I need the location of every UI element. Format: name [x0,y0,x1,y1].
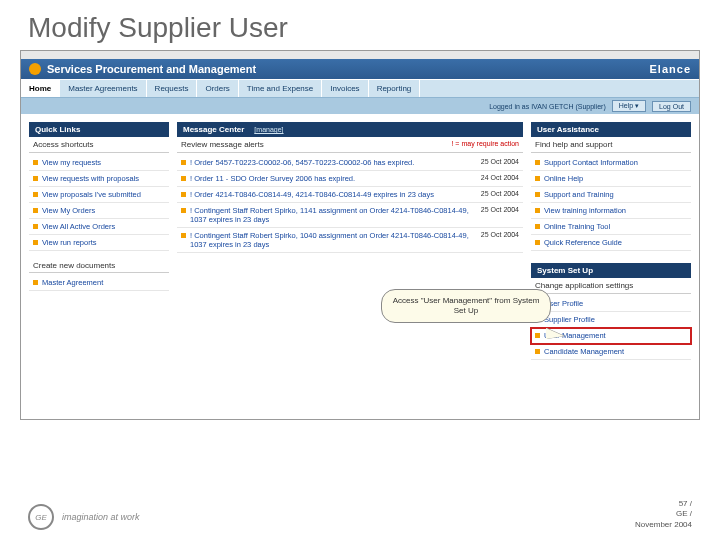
list-item-label: ! Contingent Staff Robert Spirko, 1040 a… [190,231,477,249]
user-assistance-sub: Find help and support [531,137,691,153]
list-item-label: User Profile [544,299,687,308]
logged-in-label: Logged in as IVAN GETCH (Supplier) [489,103,606,110]
user-assistance-panel: User Assistance Find help and support Su… [531,122,691,253]
list-item-label: Quick Reference Guide [544,238,687,247]
list-item[interactable]: View proposals I've submitted [29,187,169,203]
bullet-icon [33,160,38,165]
create-docs-list: Master Agreement [29,273,169,293]
bullet-icon [181,233,186,238]
list-item-label: ! Contingent Staff Robert Spirko, 1141 a… [190,206,477,224]
app-title: Services Procurement and Management [47,63,650,75]
quick-links-header: Quick Links [29,122,169,137]
system-setup-panel: System Set Up Change application setting… [531,263,691,362]
bullet-icon [33,176,38,181]
nav-tab-master-agreements[interactable]: Master Agreements [60,80,146,97]
message-center-panel: Message Center [manage] Review message a… [177,122,523,255]
bullet-icon [535,224,540,229]
bullet-icon [181,192,186,197]
bullet-icon [33,208,38,213]
left-column: Quick Links Access shortcuts View my req… [29,122,169,372]
list-item-label: View training information [544,206,687,215]
list-item-label: View My Orders [42,206,165,215]
footer-right: 57 / GE / November 2004 [635,499,692,530]
message-list: ! Order 5457-T0223-C0002-06, 5457-T0223-… [177,153,523,255]
list-item[interactable]: ! Contingent Staff Robert Spirko, 1040 a… [177,228,523,253]
page-number: 57 / [635,499,692,509]
bullet-icon [33,224,38,229]
window-titlebar [21,51,699,59]
list-item[interactable]: Support Contact Information [531,155,691,171]
list-item[interactable]: Candidate Management [531,344,691,360]
vendor-label: Elance [650,63,691,75]
nav-tab-home[interactable]: Home [21,80,60,97]
list-item[interactable]: ! Order 11 - SDO Order Survey 2006 has e… [177,171,523,187]
quick-links-panel: Quick Links Access shortcuts View my req… [29,122,169,293]
callout: Access "User Management" from System Set… [381,289,551,351]
list-item-date: 25 Oct 2004 [481,231,519,238]
footer-date: November 2004 [635,520,692,530]
list-item[interactable]: ! Contingent Staff Robert Spirko, 1141 a… [177,203,523,228]
list-item-label: Online Help [544,174,687,183]
bullet-icon [181,208,186,213]
list-item[interactable]: Support and Training [531,187,691,203]
list-item-date: 25 Oct 2004 [481,158,519,165]
list-item-label: ! Order 5457-T0223-C0002-06, 5457-T0223-… [190,158,477,167]
nav-tab-time-and-expense[interactable]: Time and Expense [239,80,322,97]
brand-logo-icon [29,63,41,75]
list-item-date: 25 Oct 2004 [481,206,519,213]
list-item-label: View All Active Orders [42,222,165,231]
help-dropdown[interactable]: Help ▾ [612,100,646,112]
quick-links-list: View my requestsView requests with propo… [29,153,169,253]
list-item-label: View proposals I've submitted [42,190,165,199]
message-center-title: Message Center [183,125,244,134]
bullet-icon [181,176,186,181]
message-center-sub: Review message alerts ! = may require ac… [177,137,523,153]
manage-link[interactable]: [manage] [254,126,283,133]
org-label: GE / [635,509,692,519]
list-item[interactable]: Quick Reference Guide [531,235,691,251]
tagline: imagination at work [62,512,140,522]
list-item[interactable]: Online Help [531,171,691,187]
bullet-icon [535,240,540,245]
list-item-label: Support and Training [544,190,687,199]
list-item-label: Master Agreement [42,278,165,287]
list-item-label: ! Order 4214-T0846-C0814-49, 4214-T0846-… [190,190,477,199]
list-item[interactable]: View my requests [29,155,169,171]
app-window: Services Procurement and Management Elan… [20,50,700,420]
list-item-label: Supplier Profile [544,315,687,324]
nav-tab-requests[interactable]: Requests [147,80,198,97]
list-item[interactable]: View run reports [29,235,169,251]
system-setup-sub: Change application settings [531,278,691,294]
nav-tab-reporting[interactable]: Reporting [369,80,421,97]
message-center-header: Message Center [manage] [177,122,523,137]
callout-text: Access "User Management" from System Set… [393,296,540,315]
list-item-label: User Management [544,331,687,340]
slide-footer: GE imagination at work 57 / GE / Novembe… [0,499,720,530]
user-bar: Logged in as IVAN GETCH (Supplier) Help … [21,98,699,114]
list-item[interactable]: View All Active Orders [29,219,169,235]
logout-button[interactable]: Log Out [652,101,691,112]
slide-title: Modify Supplier User [0,0,720,50]
list-item-date: 25 Oct 2004 [481,190,519,197]
list-item[interactable]: Master Agreement [29,275,169,291]
bullet-icon [535,192,540,197]
bullet-icon [535,160,540,165]
footer-left: GE imagination at work [28,504,140,530]
list-item[interactable]: Online Training Tool [531,219,691,235]
nav-tab-invoices[interactable]: Invoices [322,80,368,97]
list-item[interactable]: ! Order 4214-T0846-C0814-49, 4214-T0846-… [177,187,523,203]
list-item-label: Candidate Management [544,347,687,356]
list-item[interactable]: ! Order 5457-T0223-C0002-06, 5457-T0223-… [177,155,523,171]
bullet-icon [33,240,38,245]
bullet-icon [535,176,540,181]
main-nav: HomeMaster AgreementsRequestsOrdersTime … [21,79,699,98]
list-item[interactable]: View training information [531,203,691,219]
list-item[interactable]: View requests with proposals [29,171,169,187]
list-item[interactable]: Supplier Profile [531,312,691,328]
list-item-label: Support Contact Information [544,158,687,167]
bullet-icon [33,280,38,285]
brand-bar: Services Procurement and Management Elan… [21,59,699,79]
nav-tab-orders[interactable]: Orders [197,80,238,97]
list-item[interactable]: View My Orders [29,203,169,219]
list-item[interactable]: User Profile [531,296,691,312]
